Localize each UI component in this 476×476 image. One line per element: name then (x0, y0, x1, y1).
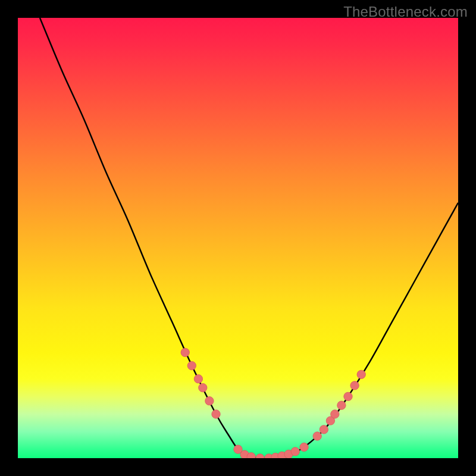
highlight-dot (181, 348, 189, 356)
chart-frame: TheBottleneck.com (0, 0, 476, 476)
highlight-dot (313, 432, 321, 440)
highlighted-dots (181, 348, 365, 458)
highlight-dot (320, 425, 328, 434)
highlight-dot (337, 401, 346, 409)
highlight-dot (331, 410, 339, 418)
highlight-dot (199, 383, 207, 392)
highlight-dot (205, 397, 214, 405)
highlight-dot (291, 447, 299, 456)
highlight-dot (212, 410, 220, 418)
plot-area (18, 18, 458, 458)
highlight-dot (194, 375, 202, 383)
highlight-dot (344, 392, 352, 400)
highlight-dot (187, 361, 196, 369)
bottleneck-curve (40, 18, 458, 458)
highlight-dot (357, 370, 365, 378)
highlight-dot (256, 454, 264, 458)
highlight-dot (350, 381, 359, 390)
highlight-dot (300, 443, 308, 451)
curve-svg (18, 18, 458, 458)
